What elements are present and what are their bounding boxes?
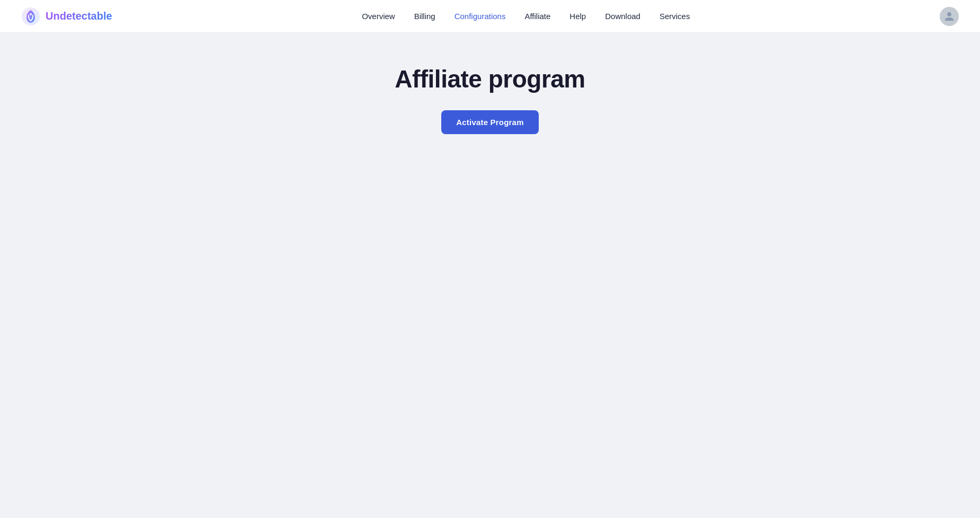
page-title: Affiliate program [395,65,585,93]
nav-item-affiliate[interactable]: Affiliate [524,12,550,21]
logo-icon [21,7,40,26]
user-icon [944,11,955,22]
nav-item-billing[interactable]: Billing [414,12,435,21]
svg-point-1 [30,13,32,15]
nav-item-services[interactable]: Services [660,12,690,21]
nav-item-help[interactable]: Help [569,12,586,21]
nav-item-configurations[interactable]: Configurations [455,12,506,21]
activate-program-button[interactable]: Activate Program [441,110,538,134]
logo-text: Undetectable [46,10,112,22]
main-nav: Overview Billing Configurations Affiliat… [362,12,690,21]
nav-item-download[interactable]: Download [605,12,640,21]
user-avatar[interactable] [940,7,959,26]
nav-item-overview[interactable]: Overview [362,12,395,21]
navbar: Undetectable Overview Billing Configurat… [0,0,980,33]
logo[interactable]: Undetectable [21,7,112,26]
main-content: Affiliate program Activate Program [0,33,980,134]
